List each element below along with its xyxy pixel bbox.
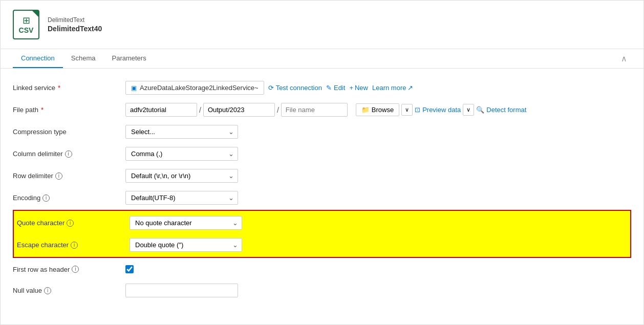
preview-icon: ⊡ [415, 106, 420, 114]
edit-button[interactable]: ✎ Edit [326, 84, 345, 92]
row-delimiter-label: Row delimiter [13, 172, 53, 180]
dataset-name: DelimitedText40 [48, 25, 102, 33]
form-area: Linked service * ▣ AzureDataLakeStorage2… [1, 69, 643, 310]
linked-service-icon: ▣ [131, 84, 137, 92]
first-row-header-row: First row as header i [13, 259, 631, 279]
file-path-part1[interactable] [125, 103, 197, 117]
highlighted-group: Quote character i No quote character Dou… [13, 210, 631, 258]
escape-character-label: Escape character [17, 241, 69, 249]
quote-character-label: Quote character [17, 219, 65, 227]
column-delimiter-select[interactable]: Comma (,) Semicolon (;) Tab Pipe (|) [125, 147, 238, 161]
first-row-header-info-icon[interactable]: i [72, 266, 79, 273]
null-value-label: Null value [13, 287, 42, 294]
external-link-icon: ↗ [407, 84, 413, 92]
first-row-header-checkbox[interactable] [125, 265, 134, 273]
encoding-row: Encoding i Default(UTF-8) UTF-8 UTF-16 [13, 187, 631, 209]
escape-character-info-icon[interactable]: i [71, 242, 78, 249]
detect-icon: 🔍 [476, 106, 484, 114]
required-indicator: * [58, 84, 60, 92]
linked-service-label: Linked service [13, 84, 55, 92]
preview-dropdown-arrow[interactable]: ∨ [463, 104, 474, 116]
edit-icon: ✎ [326, 84, 332, 92]
preview-data-button[interactable]: ⊡ Preview data [415, 106, 461, 114]
quote-character-row: Quote character i No quote character Dou… [17, 212, 627, 234]
escape-character-row: Escape character i Double quote (") Back… [17, 234, 627, 256]
linked-service-value: AzureDataLakeStorage2LinkedService~ [140, 84, 259, 92]
browse-button[interactable]: 📁 Browse [356, 103, 399, 116]
plus-icon: + [349, 84, 353, 92]
file-path-inputs: / / [125, 103, 348, 117]
encoding-info-icon[interactable]: i [42, 194, 50, 202]
null-value-row: Null value i [13, 279, 631, 301]
new-button[interactable]: + New [349, 84, 368, 92]
file-path-part2[interactable] [203, 103, 275, 117]
file-path-label: File path [13, 106, 38, 114]
tabs-bar: Connection Schema Parameters ∧ [1, 49, 643, 69]
encoding-select[interactable]: Default(UTF-8) UTF-8 UTF-16 [125, 191, 238, 205]
row-delimiter-info-icon[interactable]: i [55, 172, 62, 180]
required-indicator: * [41, 106, 44, 114]
first-row-header-label: First row as header [13, 266, 70, 273]
null-value-info-icon[interactable]: i [44, 287, 51, 294]
collapse-button[interactable]: ∧ [617, 52, 631, 66]
column-delimiter-label: Column delimiter [13, 150, 63, 158]
tab-parameters[interactable]: Parameters [103, 49, 154, 68]
compression-type-label: Compression type [13, 128, 67, 136]
linked-service-select[interactable]: ▣ AzureDataLakeStorage2LinkedService~ [125, 81, 264, 95]
test-connection-button[interactable]: ⟳ Test connection [268, 84, 322, 92]
compression-type-row: Compression type Select... None Gzip Def… [13, 121, 631, 143]
test-connection-icon: ⟳ [268, 84, 274, 92]
row-delimiter-row: Row delimiter i Default (\r,\n, or \r\n)… [13, 165, 631, 187]
quote-character-info-icon[interactable]: i [67, 220, 74, 227]
detect-format-button[interactable]: 🔍 Detect format [476, 106, 526, 114]
tab-schema[interactable]: Schema [63, 49, 104, 68]
csv-file-icon: ⊞ CSV [13, 10, 39, 39]
null-value-input[interactable] [125, 284, 238, 297]
browse-dropdown-arrow[interactable]: ∨ [401, 104, 413, 116]
row-delimiter-select[interactable]: Default (\r,\n, or \r\n) \r\n \n [125, 169, 238, 183]
compression-type-select[interactable]: Select... None Gzip Deflate [125, 125, 238, 139]
file-path-filename[interactable] [281, 103, 348, 117]
tab-connection[interactable]: Connection [13, 49, 63, 68]
dataset-info: DelimitedText DelimitedText40 [48, 16, 102, 33]
linked-service-row: Linked service * ▣ AzureDataLakeStorage2… [13, 77, 631, 99]
learn-more-link[interactable]: Learn more ↗ [372, 84, 413, 92]
column-delimiter-row: Column delimiter i Comma (,) Semicolon (… [13, 143, 631, 165]
folder-icon: 📁 [361, 106, 370, 114]
csv-label: CSV [19, 26, 34, 34]
escape-character-select[interactable]: Double quote (") Backslash (\) No escape… [130, 238, 242, 252]
dataset-type: DelimitedText [48, 16, 102, 24]
encoding-label: Encoding [13, 194, 40, 202]
quote-character-select[interactable]: No quote character Double quote (") Sing… [130, 216, 242, 230]
file-path-row: File path * / / 📁 Browse ∨ [13, 99, 631, 121]
column-delimiter-info-icon[interactable]: i [65, 150, 72, 158]
